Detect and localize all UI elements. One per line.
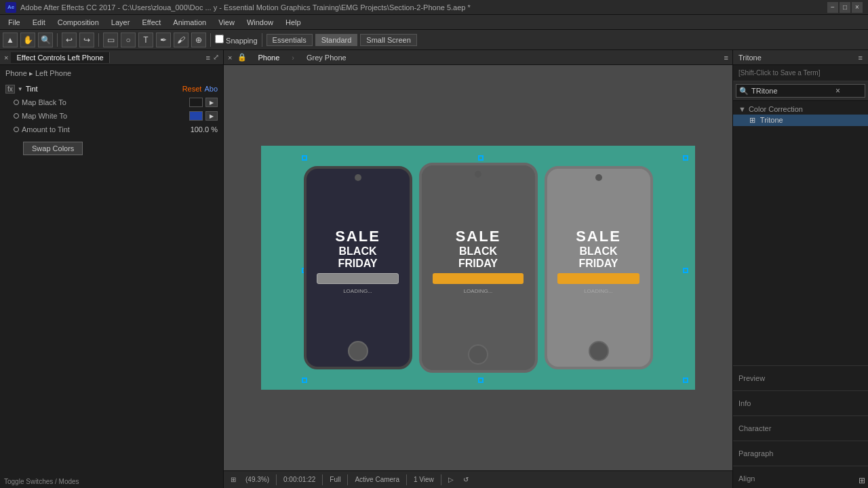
selection-handle-bc: [478, 378, 484, 383]
shape-ellipse[interactable]: ○: [121, 33, 136, 47]
snapping-checkbox[interactable]: [215, 35, 224, 43]
menu-window[interactable]: Window: [241, 17, 279, 28]
clone-tool[interactable]: ⊕: [191, 33, 206, 47]
search-clear-btn[interactable]: ×: [835, 86, 840, 96]
phone-dark: SALE BLACKFRIDAY LOADING...: [304, 166, 412, 369]
fx-icon: fx: [5, 85, 15, 94]
footer-reset-icon[interactable]: ↺: [460, 476, 471, 483]
effect-about-btn[interactable]: Abo: [204, 85, 218, 93]
menu-effect[interactable]: Effect: [136, 17, 166, 28]
workspace-essentials[interactable]: Essentials: [267, 34, 313, 46]
breadcrumb-left-phone[interactable]: Left Phone: [35, 69, 71, 77]
close-icon[interactable]: ×: [4, 54, 8, 62]
amount-to-tint-row: Amount to Tint 100.0 %: [3, 123, 220, 136]
phone-button-3: [589, 341, 609, 361]
minimize-button[interactable]: −: [827, 2, 838, 13]
main-layout: × Effect Controls Left Phone ≡ ⤢ Phone ▸…: [0, 50, 868, 488]
comp-tab-phone[interactable]: Phone: [252, 52, 285, 63]
footer-sep-3: [347, 474, 348, 485]
footer-views[interactable]: 1 View: [411, 476, 437, 483]
phone-camera-2: [475, 171, 481, 178]
color-correction-category[interactable]: ▼ Color Correction: [733, 104, 868, 115]
preview-section: Preview: [733, 369, 868, 388]
paragraph-label[interactable]: Paragraph: [738, 447, 863, 460]
menu-layer[interactable]: Layer: [106, 17, 136, 28]
amount-circle-icon: [14, 127, 19, 132]
hand-tool[interactable]: ✋: [20, 33, 35, 47]
main-toolbar: ▲ ✋ 🔍 ↩ ↪ ▭ ○ T ✒ 🖌 ⊕ Snapping Essential…: [0, 30, 868, 50]
comp-menu-icon[interactable]: ≡: [724, 54, 728, 62]
map-black-color-swatch[interactable]: [189, 98, 203, 107]
select-tool[interactable]: ▲: [3, 33, 18, 47]
maximize-button[interactable]: □: [840, 2, 850, 13]
effect-controls-header: × Effect Controls Left Phone ≡ ⤢: [0, 50, 223, 65]
effect-reset-btn[interactable]: Reset: [182, 85, 202, 93]
menu-composition[interactable]: Composition: [52, 17, 104, 28]
composition-panel: × 🔒 Phone › Grey Phone ≡ www.rrcg.cn: [224, 50, 732, 488]
undo-button[interactable]: ↩: [62, 33, 77, 47]
menu-file[interactable]: File: [3, 17, 26, 28]
workspace-small-screen[interactable]: Small Screen: [360, 34, 416, 46]
footer-camera[interactable]: Active Camera: [352, 476, 402, 483]
effect-controls-tab[interactable]: Effect Controls Left Phone: [11, 52, 109, 63]
composition-view[interactable]: www.rrcg.cn ⊕ SALE: [224, 65, 732, 470]
phone-black-friday-2: BLACKFRIDAY: [458, 245, 498, 269]
menu-edit[interactable]: Edit: [27, 17, 51, 28]
comp-tab-grey-phone[interactable]: Grey Phone: [301, 52, 352, 63]
info-label[interactable]: Info: [738, 396, 863, 410]
menu-view[interactable]: View: [213, 17, 240, 28]
amount-value[interactable]: 100.0 %: [191, 125, 218, 134]
comp-close-icon[interactable]: ×: [228, 54, 232, 62]
align-label[interactable]: Align: [738, 472, 863, 485]
title-bar: Ae Adobe After Effects CC 2017 - C:\User…: [0, 0, 868, 15]
pen-tool[interactable]: ✒: [156, 33, 171, 47]
separator-2: [98, 33, 99, 47]
tritone-effect-item[interactable]: ⊞ Tritone: [733, 115, 868, 126]
swap-colors-container: Swap Colors: [23, 142, 218, 155]
selection-handle-tl: [302, 155, 307, 161]
phone-screen-2: SALE BLACKFRIDAY LOADING...: [422, 178, 535, 344]
phone-black-friday-3: BLACKFRIDAY: [578, 245, 618, 269]
shape-rect[interactable]: ▭: [103, 33, 118, 47]
swap-colors-button[interactable]: Swap Colors: [23, 142, 83, 155]
window-controls[interactable]: − □ ×: [827, 2, 863, 13]
breadcrumb-phone[interactable]: Phone: [5, 69, 27, 77]
paint-tool[interactable]: 🖌: [174, 33, 189, 47]
zoom-tool[interactable]: 🔍: [38, 33, 53, 47]
effects-search-input[interactable]: [751, 87, 833, 95]
footer-sep-4: [406, 474, 407, 485]
align-section: Align: [733, 469, 868, 488]
effect-controls-content: Phone ▸ Left Phone fx ▼ Tint Reset Abo M…: [0, 65, 223, 488]
close-button[interactable]: ×: [852, 2, 863, 13]
effect-breadcrumb: Phone ▸ Left Phone: [3, 68, 220, 79]
map-black-color-btn[interactable]: ▶: [205, 98, 218, 107]
text-tool[interactable]: T: [138, 33, 153, 47]
phone-bar-2: [433, 273, 524, 284]
selection-handle-mr: [683, 268, 688, 273]
phone-loading-3: LOADING...: [584, 288, 613, 294]
footer-grid-icon[interactable]: ⊞: [228, 476, 239, 483]
separator-1: [57, 33, 58, 47]
panel-menu-icon[interactable]: ≡: [206, 54, 210, 62]
phone-bar-1: [317, 273, 399, 284]
tint-expand-arrow[interactable]: ▼: [18, 86, 23, 92]
footer-preview-icon[interactable]: ▷: [446, 476, 456, 483]
character-label[interactable]: Character: [738, 422, 863, 435]
section-divider-2: [733, 390, 868, 391]
menu-animation[interactable]: Animation: [167, 17, 212, 28]
menu-help[interactable]: Help: [280, 17, 307, 28]
effects-panel-title: Tritone: [738, 54, 762, 62]
workspace-standard[interactable]: Standard: [315, 34, 358, 46]
preview-label[interactable]: Preview: [738, 371, 863, 385]
effect-name: Tritone: [760, 116, 783, 124]
comp-lock-icon[interactable]: 🔒: [237, 53, 247, 62]
redo-button[interactable]: ↪: [79, 33, 94, 47]
footer-zoom[interactable]: (49.3%): [243, 476, 272, 483]
effects-panel-menu[interactable]: ≡: [859, 54, 863, 62]
panel-expand-icon[interactable]: ⤢: [213, 53, 219, 62]
composition-canvas: www.rrcg.cn ⊕ SALE: [261, 146, 695, 390]
map-white-color-swatch[interactable]: [189, 111, 203, 121]
snapping-text: Snapping: [226, 37, 258, 45]
map-white-color-btn[interactable]: ▶: [205, 111, 218, 121]
footer-quality[interactable]: Full: [327, 476, 343, 483]
